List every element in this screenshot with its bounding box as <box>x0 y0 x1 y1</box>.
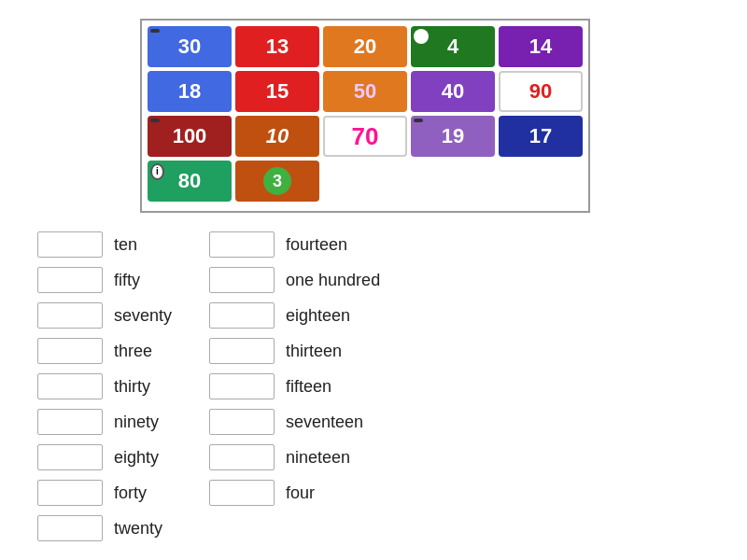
match-row-seventeen: seventeen <box>209 409 380 435</box>
match-row-eighty: eighty <box>37 444 172 470</box>
match-row-ten: ten <box>37 231 172 258</box>
tile-19[interactable]: 19 <box>411 116 495 157</box>
match-label-eighty: eighty <box>114 448 159 468</box>
right-matching-column: fourteen one hundred eighteen thirteen f… <box>209 231 380 541</box>
match-input-fourteen[interactable] <box>209 231 275 258</box>
tile-18[interactable]: 18 <box>148 71 232 112</box>
match-input-seventy[interactable] <box>37 302 103 329</box>
tile-4[interactable]: 4 <box>411 26 495 67</box>
match-row-twenty: twenty <box>37 515 172 541</box>
match-row-one-hundred: one hundred <box>209 267 380 293</box>
match-input-thirty[interactable] <box>37 373 103 399</box>
match-label-twenty: twenty <box>114 519 162 539</box>
match-row-seventy: seventy <box>37 302 172 329</box>
tile-badge-30 <box>150 29 160 33</box>
match-input-thirteen[interactable] <box>209 338 275 364</box>
match-row-forty: forty <box>37 480 172 506</box>
match-label-forty: forty <box>114 483 147 503</box>
tile-70[interactable]: 70 <box>323 116 407 157</box>
match-label-thirty: thirty <box>114 377 150 397</box>
match-label-seventeen: seventeen <box>286 413 363 432</box>
match-label-fourteen: fourteen <box>286 235 347 255</box>
tile-badge-19 <box>414 119 423 122</box>
match-input-fifty[interactable] <box>37 267 103 293</box>
match-label-seventy: seventy <box>114 306 172 326</box>
match-label-ninety: ninety <box>114 413 159 432</box>
match-input-eighteen[interactable] <box>209 302 275 329</box>
match-input-fifteen[interactable] <box>209 373 275 399</box>
tile-row-4: i 80 3 <box>148 161 583 202</box>
tile-20[interactable]: 20 <box>323 26 407 67</box>
match-row-four: four <box>209 480 380 506</box>
match-input-twenty[interactable] <box>37 515 103 541</box>
match-row-fifty: fifty <box>37 267 172 293</box>
tile-badge-100 <box>150 119 160 122</box>
tile-badge-80: i <box>150 163 164 180</box>
match-label-eighteen: eighteen <box>286 306 350 326</box>
match-row-thirteen: thirteen <box>209 338 380 364</box>
tile-40[interactable]: 40 <box>411 71 495 112</box>
tile-90[interactable]: 90 <box>499 71 583 112</box>
match-row-three: three <box>37 338 172 364</box>
match-label-nineteen: nineteen <box>286 448 350 468</box>
tile-badge-4 <box>414 29 429 44</box>
tile-80[interactable]: i 80 <box>148 161 232 202</box>
tile-10[interactable]: 10 <box>235 116 319 157</box>
matching-area: ten fifty seventy three thirty ninety ei… <box>37 231 728 541</box>
match-input-forty[interactable] <box>37 480 103 506</box>
match-input-nineteen[interactable] <box>209 444 275 470</box>
match-label-fifty: fifty <box>114 271 140 290</box>
match-input-three[interactable] <box>37 338 103 364</box>
match-row-eighteen: eighteen <box>209 302 380 329</box>
tile-13[interactable]: 13 <box>235 26 319 67</box>
match-row-fifteen: fifteen <box>209 373 380 399</box>
tile-row-1: 30 13 20 4 14 <box>148 26 583 67</box>
match-input-four[interactable] <box>209 480 275 506</box>
match-input-seventeen[interactable] <box>209 409 275 435</box>
tile-row-3: 100 10 70 19 17 <box>148 116 583 157</box>
match-row-ninety: ninety <box>37 409 172 435</box>
match-row-nineteen: nineteen <box>209 444 380 470</box>
tile-3[interactable]: 3 <box>235 161 319 202</box>
tile-row-2: 18 15 50 40 90 <box>148 71 583 112</box>
match-label-thirteen: thirteen <box>286 342 342 361</box>
tile-15[interactable]: 15 <box>235 71 319 112</box>
match-input-eighty[interactable] <box>37 444 103 470</box>
match-label-four: four <box>286 483 315 503</box>
tile-50[interactable]: 50 <box>323 71 407 112</box>
tile-17[interactable]: 17 <box>499 116 583 157</box>
match-input-one-hundred[interactable] <box>209 267 275 293</box>
tile-30[interactable]: 30 <box>148 26 232 67</box>
tile-14[interactable]: 14 <box>499 26 583 67</box>
match-label-fifteen: fifteen <box>286 377 331 397</box>
match-input-ninety[interactable] <box>37 409 103 435</box>
left-matching-column: ten fifty seventy three thirty ninety ei… <box>37 231 172 541</box>
tiles-container: 30 13 20 4 14 18 15 50 40 90 100 10 <box>140 19 590 213</box>
match-label-three: three <box>114 342 152 361</box>
tile-100[interactable]: 100 <box>148 116 232 157</box>
match-input-ten[interactable] <box>37 231 103 258</box>
tile-3-circle: 3 <box>263 167 291 195</box>
match-label-ten: ten <box>114 235 137 255</box>
match-label-one-hundred: one hundred <box>286 271 380 290</box>
match-row-thirty: thirty <box>37 373 172 399</box>
match-row-fourteen: fourteen <box>209 231 380 258</box>
